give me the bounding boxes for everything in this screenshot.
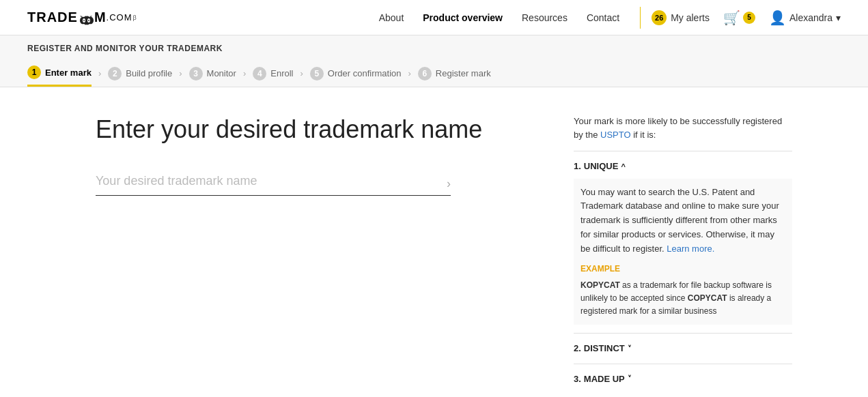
accordion-distinct-label: DISTINCT <box>584 342 625 355</box>
step-5-label: Order confirmation <box>328 68 402 78</box>
step-6[interactable]: 6 Register mark <box>418 61 491 86</box>
accordion-unique-label: UNIQUE <box>584 160 619 173</box>
step-6-label: Register mark <box>436 68 491 78</box>
svg-marker-5 <box>89 16 92 17</box>
step-3-num: 3 <box>189 67 203 80</box>
trademark-input-wrap: › <box>96 171 451 196</box>
alerts-button[interactable]: 26 My alerts <box>652 10 710 25</box>
alerts-label: My alerts <box>671 12 710 23</box>
svg-point-2 <box>83 20 85 21</box>
nav-product-overview[interactable]: Product overview <box>423 12 503 23</box>
nav-right: 26 My alerts 🛒 5 👤 Alexandra ▾ <box>652 10 841 26</box>
svg-point-3 <box>88 20 89 21</box>
main-nav: About Product overview Resources Contact <box>379 12 619 23</box>
step-1-label: Enter mark <box>45 68 92 78</box>
user-dropdown-icon: ▾ <box>836 12 841 23</box>
cart-count: 5 <box>743 12 755 24</box>
cart-button[interactable]: 🛒 5 <box>723 10 755 26</box>
step-arrow-3: › <box>243 68 246 78</box>
accordion-distinct-chevron: ˅ <box>628 343 632 355</box>
trademark-input[interactable] <box>96 171 451 191</box>
step-4[interactable]: 4 Enroll <box>253 61 293 86</box>
user-menu[interactable]: 👤 Alexandra ▾ <box>769 10 841 26</box>
steps-nav: 1 Enter mark › 2 Build profile › 3 Monit… <box>27 60 841 87</box>
example-text: KOPYCAT as a trademark for file backup s… <box>580 279 785 319</box>
header: TRADE M .com β About Product overview Re… <box>0 0 868 35</box>
step-5[interactable]: 5 Order confirmation <box>310 61 402 86</box>
learn-more-link[interactable]: Learn more. <box>667 244 714 254</box>
step-1[interactable]: 1 Enter mark <box>27 60 92 87</box>
step-1-num: 1 <box>27 65 41 79</box>
accordion-unique-header[interactable]: 1. UNIQUE ^ <box>574 160 792 173</box>
accordion-madeup-chevron: ˅ <box>628 373 632 385</box>
accordion-madeup: 3. MADE UP ˅ <box>574 364 792 394</box>
nav-divider <box>640 7 641 29</box>
accordion-madeup-label: MADE UP <box>584 372 625 386</box>
logo-text-after: M <box>94 10 107 25</box>
alerts-badge: 26 <box>652 10 667 25</box>
uspto-link[interactable]: USPTO <box>600 130 631 140</box>
step-3[interactable]: 3 Monitor <box>189 61 236 86</box>
step-4-num: 4 <box>253 67 266 80</box>
user-name: Alexandra <box>789 12 832 23</box>
left-panel: Enter your desired trademark name › <box>96 115 533 394</box>
right-intro-after: if it is: <box>631 130 656 140</box>
right-intro-text: Your mark is more likely to be successfu… <box>574 115 792 141</box>
accordion-unique-chevron: ^ <box>621 161 625 173</box>
register-banner: REGISTER AND MONITOR YOUR TRADEMARK 1 En… <box>0 35 868 87</box>
example-bold2: COPYCAT <box>688 293 727 303</box>
logo-beta: β <box>133 14 137 21</box>
step-2-label: Build profile <box>126 68 172 78</box>
accordion-unique-body: You may want to search the U.S. Patent a… <box>574 179 792 325</box>
nav-about[interactable]: About <box>379 12 404 23</box>
accordion-distinct-num: 2. <box>574 342 581 355</box>
accordion-distinct: 2. DISTINCT ˅ <box>574 333 792 364</box>
step-arrow-1: › <box>98 68 101 78</box>
step-5-num: 5 <box>310 67 324 80</box>
register-title: REGISTER AND MONITOR YOUR TRADEMARK <box>27 44 841 53</box>
step-arrow-4: › <box>300 68 303 78</box>
example-bold1: KOPYCAT <box>580 280 620 290</box>
cart-icon: 🛒 <box>723 10 740 26</box>
input-arrow-icon: › <box>447 176 451 190</box>
nav-contact[interactable]: Contact <box>587 12 619 23</box>
accordion-unique: 1. UNIQUE ^ You may want to search the U… <box>574 151 792 333</box>
accordion-unique-num: 1. <box>574 160 581 173</box>
accordion-distinct-header[interactable]: 2. DISTINCT ˅ <box>574 342 792 355</box>
step-4-label: Enroll <box>270 68 293 78</box>
form-title: Enter your desired trademark name <box>96 115 533 144</box>
step-arrow-2: › <box>179 68 182 78</box>
logo-cat-icon <box>79 13 94 23</box>
nav-resources[interactable]: Resources <box>522 12 568 23</box>
example-label: EXAMPLE <box>580 263 785 276</box>
user-avatar-icon: 👤 <box>769 10 786 26</box>
right-panel: Your mark is more likely to be successfu… <box>574 115 792 394</box>
accordion-madeup-header[interactable]: 3. MADE UP ˅ <box>574 372 792 386</box>
step-arrow-5: › <box>408 68 411 78</box>
main-content: Enter your desired trademark name › Your… <box>0 87 868 397</box>
logo: TRADE M .com β <box>27 10 137 25</box>
accordion-madeup-num: 3. <box>574 372 581 386</box>
svg-marker-4 <box>80 16 83 17</box>
step-3-label: Monitor <box>207 68 236 78</box>
step-2-num: 2 <box>108 67 122 80</box>
logo-com: .com <box>107 12 132 23</box>
logo-text-before: TRADE <box>27 10 78 25</box>
step-6-num: 6 <box>418 67 432 80</box>
step-2[interactable]: 2 Build profile <box>108 61 172 86</box>
